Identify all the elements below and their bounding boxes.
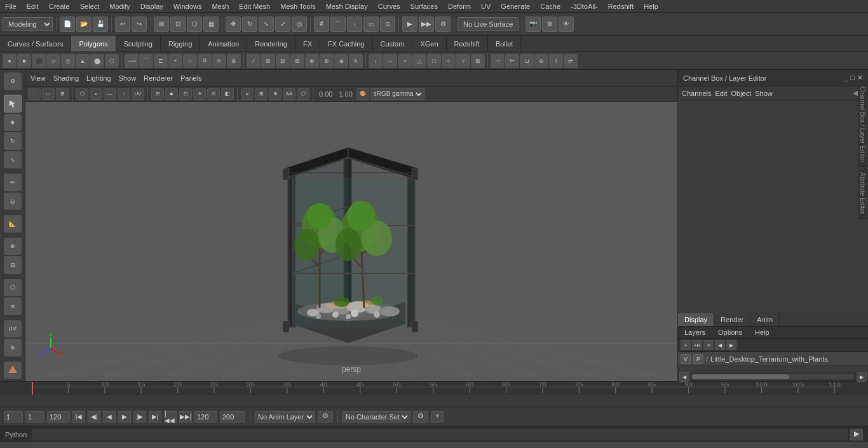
poly-cylinder-btn[interactable]: ⬛ (32, 54, 46, 68)
view-arrangement-btn[interactable]: ⊞ (542, 17, 557, 32)
poly-weld-btn[interactable]: ⊔ (520, 54, 534, 68)
poly-separate-btn[interactable]: ⧈ (212, 54, 226, 68)
paint-sel-btn[interactable]: ✏ (4, 173, 22, 191)
sub-tab-help[interactable]: Help (749, 327, 776, 338)
layer-item-0[interactable]: V P / Little_Desktop_Terrarium_with_Plan… (678, 352, 868, 366)
menu-deform[interactable]: Deform (443, 1, 476, 11)
loop-back-btn[interactable]: |◀◀ (164, 411, 177, 423)
vpt-shadows-btn[interactable]: ◧ (221, 88, 234, 100)
render-current-btn[interactable]: ▶ (402, 17, 417, 32)
vp-menu-renderer[interactable]: Renderer (144, 74, 173, 82)
poly-fill-hole-btn[interactable]: ○ (183, 54, 197, 68)
select-by-type-btn[interactable]: ▦ (203, 17, 219, 32)
poly-boolean-btn[interactable]: ⊕ (227, 54, 241, 68)
rotate-tool-btn-left[interactable]: ↻ (4, 132, 22, 150)
menu-cache[interactable]: Cache (535, 1, 566, 11)
vpt-camera-btn[interactable]: 🎥 (28, 88, 41, 100)
range-max-input[interactable] (220, 411, 245, 423)
hide-sel-btn[interactable]: ⊟ (4, 256, 22, 274)
vpt-edge-mode-btn[interactable]: — (104, 88, 116, 100)
vpt-grid-btn[interactable]: # (241, 88, 254, 100)
poly-quad-btn[interactable]: □ (427, 54, 441, 68)
layer-delete-btn[interactable]: ✕ (703, 340, 714, 350)
rp-render-tab[interactable]: Render (714, 313, 750, 326)
vpt-vert-mode-btn[interactable]: • (90, 88, 102, 100)
vpt-film-gate-btn[interactable]: ▭ (42, 88, 55, 100)
rotate-tool-btn[interactable]: ↻ (242, 17, 257, 32)
step-back-btn[interactable]: ◀| (88, 411, 100, 423)
ch-edit-btn[interactable]: Edit (715, 90, 727, 97)
rp-close-btn[interactable]: ✕ (857, 74, 863, 82)
play-back-btn[interactable]: ◀ (103, 411, 116, 423)
poly-extrude-btn[interactable]: ⟿ (125, 54, 139, 68)
poly-append-btn[interactable]: + (168, 54, 182, 68)
menu-3dtall[interactable]: -3DtoAll- (566, 1, 603, 11)
range-start-input[interactable] (47, 411, 70, 423)
viewport-canvas[interactable]: X Y Z persp (25, 102, 677, 381)
loop-fwd-btn[interactable]: ▶▶| (179, 411, 192, 423)
undo-btn[interactable]: ↩ (115, 17, 130, 32)
poly-cleanup-btn[interactable]: ✧ (442, 54, 456, 68)
display-poly-btn[interactable]: ⬡ (4, 279, 22, 297)
poly-torus-btn[interactable]: ◎ (61, 54, 75, 68)
play-forward-btn[interactable]: ▶ (118, 411, 131, 423)
menu-mesh-display[interactable]: Mesh Display (321, 1, 373, 11)
poly-mirror-btn[interactable]: ⊣ (491, 54, 505, 68)
current-frame-left-input[interactable] (4, 411, 23, 423)
vpt-aa-btn[interactable]: AA (283, 88, 295, 100)
timeline-ruler[interactable]: 5 10 15 20 25 30 35 40 45 50 5 (0, 382, 868, 395)
vpt-sel-highlight-btn[interactable]: ⬡ (297, 88, 309, 100)
vpt-face-mode-btn[interactable]: ▫ (118, 88, 130, 100)
tab-fx[interactable]: FX (295, 36, 320, 51)
poly-remesh-btn[interactable]: ⊞ (471, 54, 485, 68)
current-frame-right-input[interactable] (25, 411, 44, 423)
channel-box-vert-tab[interactable]: Channel Box / Layer Editor (858, 83, 867, 167)
scroll-left-btn[interactable]: ◀ (679, 372, 689, 382)
soft-mod-btn[interactable]: ◎ (292, 17, 307, 32)
python-exec-btn[interactable]: ▶ (850, 429, 863, 440)
render-seq-btn[interactable]: ▶▶ (419, 17, 434, 32)
mode-dropdown[interactable]: Modeling Rigging Animation (3, 17, 53, 31)
poly-merge-btn[interactable]: ⊗ (320, 54, 334, 68)
poly-insert-edge-btn[interactable]: ⊞ (261, 54, 275, 68)
sub-tab-layers[interactable]: Layers (678, 327, 712, 338)
tab-polygons[interactable]: Polygons (71, 36, 116, 51)
menu-help[interactable]: Help (639, 1, 663, 11)
poly-plane-btn[interactable]: ▱ (46, 54, 60, 68)
poly-transfer-attr-btn[interactable]: ⇌ (564, 54, 578, 68)
vpt-hud-btn[interactable]: ⊞ (255, 88, 268, 100)
snap-point-btn[interactable]: ◦ (347, 17, 362, 32)
paint-weights-btn[interactable]: ⊕ (4, 339, 22, 356)
rp-max-btn[interactable]: □ (850, 74, 855, 82)
rp-anim-tab[interactable]: Anim (750, 313, 780, 326)
range-end-input[interactable] (194, 411, 217, 423)
new-scene-btn[interactable]: 📄 (60, 17, 75, 32)
transform-tool-btn[interactable]: ⤢ (275, 17, 290, 32)
redo-btn[interactable]: ↪ (132, 17, 147, 32)
poly-subdivide-btn[interactable]: ⊕ (534, 54, 548, 68)
tab-redshift[interactable]: Redshift (447, 36, 488, 51)
menu-curves[interactable]: Curves (373, 1, 405, 11)
vp-menu-show[interactable]: Show (119, 74, 137, 82)
measure-tool-btn[interactable]: 📐 (4, 215, 22, 233)
poly-platonic-btn[interactable]: ⬡ (105, 54, 119, 68)
display-nurbs-btn[interactable]: ≋ (4, 297, 22, 315)
timeline-playhead[interactable] (32, 382, 33, 395)
rp-left-arrow[interactable]: ◀ (853, 89, 858, 97)
poly-target-weld-btn[interactable]: ⊕ (305, 54, 319, 68)
layer-new-btn[interactable]: + (681, 340, 691, 350)
poly-symmetry-btn[interactable]: ⊢ (505, 54, 519, 68)
tab-rendering[interactable]: Rendering (247, 36, 295, 51)
vpt-lighting-btn[interactable]: ☀ (193, 88, 206, 100)
go-end-btn[interactable]: ▶| (149, 411, 161, 423)
poly-split-btn[interactable]: ∕ (247, 54, 261, 68)
menu-mesh-tools[interactable]: Mesh Tools (275, 1, 320, 11)
menu-edit[interactable]: Edit (22, 1, 44, 11)
menu-windows[interactable]: Windows (168, 1, 207, 11)
snap-view-btn[interactable]: ⊙ (380, 17, 395, 32)
char-set-select[interactable]: No Character Set (342, 411, 410, 423)
poly-collapse-btn[interactable]: ◈ (334, 54, 348, 68)
poly-connect-btn[interactable]: ⊠ (290, 54, 304, 68)
python-input[interactable] (32, 429, 848, 440)
menu-edit-mesh[interactable]: Edit Mesh (234, 1, 275, 11)
